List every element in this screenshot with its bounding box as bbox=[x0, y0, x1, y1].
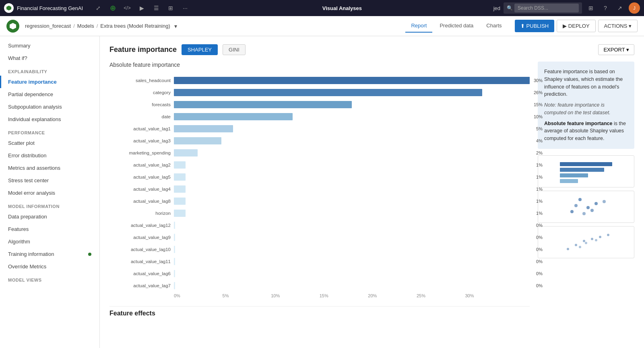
feature-importance-title: Feature importance bbox=[109, 45, 177, 54]
notes-icon[interactable]: ☰ bbox=[151, 2, 162, 14]
avatar[interactable]: J bbox=[629, 2, 640, 14]
bar-percentage: 10% bbox=[534, 113, 543, 120]
search-input[interactable] bbox=[514, 4, 579, 12]
thumbnail-scatter-chart bbox=[538, 226, 634, 258]
x-axis-tick: 20% bbox=[368, 293, 417, 298]
bar-percentage: 30% bbox=[534, 77, 543, 84]
bar-label: horizon bbox=[109, 211, 174, 216]
external-icon[interactable]: ↗ bbox=[614, 2, 625, 14]
feature-effects-header: Feature effects bbox=[109, 306, 530, 317]
bar-label: actual_value_lag6 bbox=[109, 271, 174, 276]
svg-point-13 bbox=[575, 244, 577, 246]
code-icon[interactable]: </> bbox=[122, 2, 133, 14]
bar-row: marketing_spending2% bbox=[109, 148, 530, 157]
tab-report[interactable]: Report bbox=[405, 19, 432, 33]
sidebar-item-whatif[interactable]: What if? bbox=[0, 52, 99, 64]
bar-row: actual_value_lag41% bbox=[109, 185, 530, 194]
share-icon[interactable]: ⤢ bbox=[93, 2, 104, 14]
bar-label: actual_value_lag11 bbox=[109, 259, 174, 264]
bar-label: actual_value_lag1 bbox=[109, 126, 174, 131]
bar-percentage: 5% bbox=[536, 125, 543, 132]
sidebar-item-training-info[interactable]: Training information bbox=[0, 248, 99, 260]
topbar: Financial Forecasting GenAI ⤢ ⊕ </> ▶ ☰ … bbox=[0, 0, 644, 16]
bar-row: actual_value_lag60% bbox=[109, 269, 530, 278]
sidebar-item-partial-dependence[interactable]: Partial dependence bbox=[0, 88, 99, 101]
bar-fill bbox=[174, 101, 352, 108]
thumbnail-bar-chart bbox=[538, 155, 634, 187]
sidebar-item-metrics-assertions[interactable]: Metrics and assertions bbox=[0, 162, 99, 174]
bar-fill bbox=[174, 125, 233, 132]
bar-row: horizon1% bbox=[109, 209, 530, 218]
more-icon[interactable]: ··· bbox=[180, 2, 191, 14]
svg-point-16 bbox=[599, 236, 601, 238]
sidebar-item-subpopulation[interactable]: Subpopulation analysis bbox=[0, 101, 99, 113]
svg-point-7 bbox=[570, 210, 574, 213]
breadcrumb-project[interactable]: regression_forecast bbox=[25, 23, 71, 29]
bar-fill bbox=[174, 210, 186, 217]
svg-point-9 bbox=[582, 212, 586, 215]
chart-area: Absolute feature importance sales_headco… bbox=[109, 62, 634, 317]
sidebar-item-error-distribution[interactable]: Error distribution bbox=[0, 149, 99, 162]
breadcrumb-section[interactable]: Models bbox=[77, 23, 94, 29]
sidebar-item-algorithm[interactable]: Algorithm bbox=[0, 235, 99, 248]
sidebar-item-features[interactable]: Features bbox=[0, 223, 99, 235]
help-icon[interactable]: ? bbox=[600, 2, 611, 14]
x-axis-tick: 25% bbox=[417, 293, 465, 298]
bar-container: 1% bbox=[174, 173, 530, 181]
gini-tab-button[interactable]: GINI bbox=[223, 44, 246, 55]
svg-point-14 bbox=[583, 240, 585, 242]
grid-icon[interactable]: ⊞ bbox=[165, 2, 176, 14]
app-logo[interactable] bbox=[4, 3, 14, 13]
bar-container: 4% bbox=[174, 137, 530, 144]
sidebar-item-feature-importance[interactable]: Feature importance bbox=[0, 76, 99, 88]
info-note: Note: feature importance is computed on … bbox=[544, 101, 628, 117]
publish-button[interactable]: ⬆ PUBLISH bbox=[515, 20, 555, 32]
sidebar-item-scatter-plot[interactable]: Scatter plot bbox=[0, 137, 99, 149]
shapley-tab-button[interactable]: SHAPLEY bbox=[182, 44, 218, 55]
sidebar-item-model-error[interactable]: Model error analysis bbox=[0, 187, 99, 199]
bar-percentage: 1% bbox=[536, 210, 543, 217]
bar-percentage: 1% bbox=[536, 185, 543, 193]
chart-subtitle: Absolute feature importance bbox=[109, 62, 530, 68]
bar-container: 5% bbox=[174, 125, 530, 132]
deploy-button[interactable]: ▶ DEPLOY bbox=[557, 20, 595, 32]
secondbar: regression_forecast / Models / Extra tre… bbox=[0, 16, 644, 36]
bar-row: actual_value_lag21% bbox=[109, 161, 530, 169]
tab-charts[interactable]: Charts bbox=[481, 19, 507, 33]
sidebar-item-individual-explanations[interactable]: Individual explanations bbox=[0, 113, 99, 126]
bar-fill bbox=[174, 161, 186, 169]
tab-predicted[interactable]: Predicted data bbox=[434, 19, 479, 33]
sidebar-item-summary[interactable]: Summary bbox=[0, 39, 99, 52]
bar-container: 0% bbox=[174, 282, 530, 289]
bar-container: 0% bbox=[174, 270, 530, 277]
search-box[interactable]: 🔍 bbox=[504, 2, 582, 14]
bar-fill bbox=[174, 173, 186, 181]
actions-button[interactable]: ACTIONS ▾ bbox=[598, 20, 638, 32]
sidebar-item-stress-test[interactable]: Stress test center bbox=[0, 174, 99, 187]
bar-container: 0% bbox=[174, 222, 530, 229]
bar-percentage: 2% bbox=[536, 149, 543, 156]
bar-container: 1% bbox=[174, 210, 530, 217]
apps-icon[interactable]: ⊞ bbox=[585, 2, 597, 14]
bar-percentage: 1% bbox=[536, 173, 543, 181]
bar-row: actual_value_lag90% bbox=[109, 233, 530, 242]
x-axis-tick: 15% bbox=[320, 293, 368, 298]
play-icon[interactable]: ▶ bbox=[136, 2, 147, 14]
sidebar-item-data-preparation[interactable]: Data preparation bbox=[0, 210, 99, 223]
bar-percentage: 1% bbox=[536, 198, 543, 205]
username: jed bbox=[493, 5, 500, 11]
bar-container: 10% bbox=[174, 113, 530, 120]
run-icon[interactable]: ⊕ bbox=[107, 2, 118, 14]
bar-fill bbox=[174, 89, 482, 96]
x-axis-tick: 30% bbox=[465, 293, 514, 298]
svg-point-6 bbox=[586, 206, 590, 209]
svg-point-19 bbox=[595, 239, 597, 241]
main-layout: Summary What if? EXPLAINABILITY Feature … bbox=[0, 36, 644, 348]
bar-container: 2% bbox=[174, 149, 530, 156]
bar-percentage: 26% bbox=[534, 89, 543, 96]
export-button[interactable]: EXPORT ▾ bbox=[598, 44, 634, 55]
model-dropdown-button[interactable]: ▾ bbox=[173, 22, 179, 30]
sidebar-item-override-metrics[interactable]: Override Metrics bbox=[0, 260, 99, 273]
bar-fill bbox=[174, 149, 198, 156]
info-box: Feature importance is based on Shapley v… bbox=[538, 62, 634, 149]
